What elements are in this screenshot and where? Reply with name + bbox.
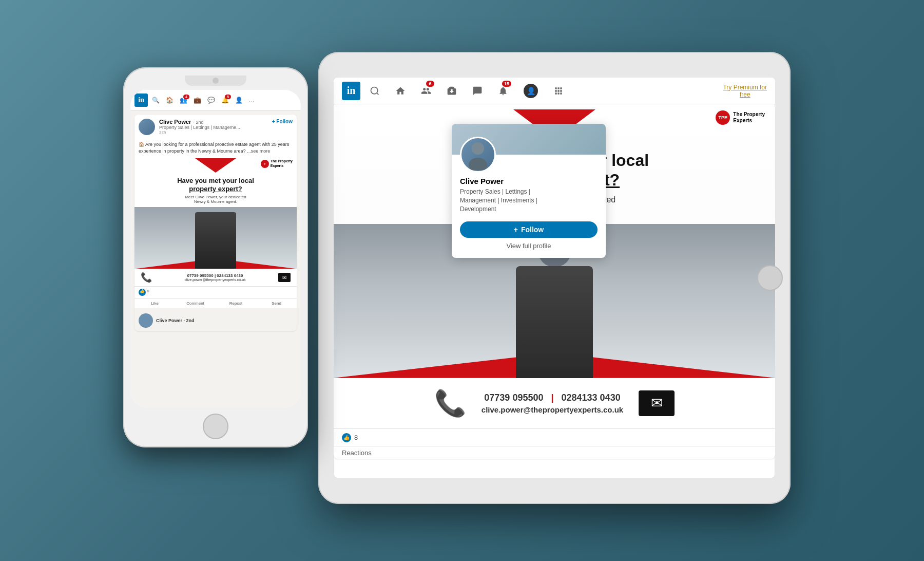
phone-author-avatar — [139, 119, 155, 135]
reactions-bar: 👍 8 — [334, 428, 775, 446]
tablet-screen: in 6 — [334, 78, 775, 478]
phone-post-meta: Clive Power · 2nd Property Sales | Letti… — [159, 119, 268, 135]
profile-nav-icon[interactable]: 👤 — [517, 78, 544, 104]
email-address: clive.power@thepropertyexperts.co.uk — [482, 405, 623, 414]
phone-post-time: 22h — [159, 130, 268, 135]
phone-next-avatar — [139, 313, 153, 328]
phone-search-icon[interactable]: 🔍 — [150, 97, 162, 104]
phone-next-post-teaser: Clive Power · 2nd — [134, 308, 297, 331]
phone-repost-button[interactable]: Repost — [216, 298, 256, 308]
phone-more-icon[interactable]: ... — [247, 97, 256, 104]
popup-name: Clive Power — [452, 173, 606, 185]
phone-home-icon[interactable]: 🏠 — [164, 97, 176, 104]
jobs-nav-icon[interactable] — [440, 78, 463, 104]
phone-like-button[interactable]: Like — [134, 298, 175, 308]
phone-network-badge: 4 — [183, 95, 189, 99]
phone-phone-icon: 📞 — [141, 272, 152, 283]
like-reaction-icon: 👍 — [342, 433, 351, 442]
popup-avatar-wrapper — [452, 137, 606, 173]
phone-ad-logo: T The PropertyExperts — [261, 159, 293, 168]
notifications-nav-icon[interactable]: 15 — [492, 78, 514, 104]
phone-like-icon: 👍 — [139, 289, 146, 296]
reactions-label: Reactions — [334, 446, 775, 459]
popup-title: Property Sales | Lettings | Management |… — [452, 185, 606, 215]
phone-author-title: Property Sales | Lettings | Manageme... — [159, 125, 268, 130]
phone-contact-section: 📞 07739 095500 | 0284133 0430 clive.powe… — [134, 269, 297, 286]
phone-contact-info: 07739 095500 | 0284133 0430 clive.power@… — [152, 273, 278, 282]
network-badge: 6 — [426, 81, 434, 87]
linkedin-navbar: in 6 — [334, 78, 775, 104]
phone-ad-headline: Have you met your local property expert? — [134, 173, 297, 195]
phone-ad: T The PropertyExperts Have you met your … — [134, 156, 297, 286]
apps-nav-icon[interactable] — [547, 78, 570, 104]
tablet-home-button[interactable] — [757, 265, 783, 291]
phone-logo-circle: T — [261, 160, 269, 168]
svg-point-0 — [371, 87, 378, 93]
contact-details: 07739 095500 | 0284133 0430 clive.power@… — [482, 392, 623, 414]
phone-ad-subheadline: Meet Clive Power, your dedicated Newry &… — [134, 195, 297, 207]
search-nav-icon[interactable] — [363, 78, 386, 104]
linkedin-logo[interactable]: in — [342, 82, 360, 100]
logo-text: The Property Experts — [733, 111, 765, 124]
home-nav-icon[interactable] — [389, 78, 412, 104]
phone-messages-icon[interactable]: 💬 — [205, 97, 217, 104]
premium-link[interactable]: Try Premium for free — [723, 84, 767, 98]
svg-point-2 — [469, 158, 487, 170]
phone-home-button[interactable] — [203, 414, 228, 439]
phone-person-figure — [195, 212, 236, 269]
contact-section: 📞 07739 095500 | 0284133 0430 clive.powe… — [334, 378, 775, 428]
messages-nav-icon[interactable] — [466, 78, 489, 104]
phone-linkedin-navbar: in 🔍 🏠 👥4 💼 💬 🔔5 👤 ... — [130, 90, 301, 110]
phone-feed: Clive Power · 2nd Property Sales | Letti… — [130, 110, 301, 407]
phone-numbers: 07739 095500 | 0284133 0430 — [482, 392, 623, 403]
svg-point-1 — [472, 142, 484, 155]
phone-phone-numbers: 07739 095500 | 0284133 0430 — [152, 273, 278, 278]
profile-popup: Clive Power Property Sales | Lettings | … — [452, 124, 606, 258]
phone-author-name: Clive Power · 2nd — [159, 119, 268, 125]
linkedin-content: Clive Power Property Sales | Lettings | … — [334, 104, 775, 478]
phone-notifications-icon[interactable]: 🔔5 — [219, 97, 231, 104]
phone-reactions: 👍 0 — [134, 286, 297, 298]
phone-agent-photo — [134, 207, 297, 269]
network-nav-icon[interactable]: 6 — [415, 78, 437, 104]
email-icon: ✉ — [639, 390, 675, 416]
phone-screen: in 🔍 🏠 👥4 💼 💬 🔔5 👤 ... — [130, 90, 301, 407]
phone-post-header: Clive Power · 2nd Property Sales | Letti… — [134, 115, 297, 139]
phone-send-button[interactable]: Send — [256, 298, 297, 308]
phone-notifications-badge: 5 — [225, 95, 231, 99]
phone-post-card: Clive Power · 2nd Property Sales | Letti… — [134, 115, 297, 331]
pipe-divider: | — [551, 392, 553, 403]
reactions-count: 8 — [354, 434, 358, 441]
phone-icon: 📞 — [434, 388, 466, 418]
feed-area: Clive Power Property Sales | Lettings | … — [334, 104, 775, 478]
logo-circle: TPE — [716, 110, 730, 125]
phone-linkedin-logo[interactable]: in — [134, 93, 148, 107]
phone-device: in 🔍 🏠 👥4 💼 💬 🔔5 👤 ... — [123, 67, 308, 447]
phone-profile-icon[interactable]: 👤 — [233, 97, 245, 104]
tablet-device: in 6 — [318, 52, 791, 504]
phone-notch — [185, 76, 246, 86]
popup-view-profile-link[interactable]: View full profile — [452, 242, 606, 250]
popup-avatar — [460, 137, 496, 173]
phone-post-actions: Like Comment Repost Send — [134, 298, 297, 308]
phone-logo-text: The PropertyExperts — [271, 159, 293, 168]
phone-next-author: Clive Power · 2nd — [156, 318, 195, 323]
phone-network-icon[interactable]: 👥4 — [178, 97, 189, 104]
phone-comment-button[interactable]: Comment — [175, 298, 216, 308]
notifications-badge: 15 — [502, 81, 511, 87]
property-experts-logo: TPE The Property Experts — [716, 110, 765, 125]
phone-follow-button[interactable]: + Follow — [272, 119, 293, 124]
phone-email: clive.power@thepropertyexperts.co.uk — [152, 278, 278, 282]
phone-post-text: 🏠 Are you looking for a professional pro… — [134, 139, 297, 156]
phone-jobs-icon[interactable]: 💼 — [191, 97, 203, 104]
popup-follow-button[interactable]: + Follow — [460, 221, 598, 238]
phone-email-icon: ✉ — [278, 273, 291, 282]
